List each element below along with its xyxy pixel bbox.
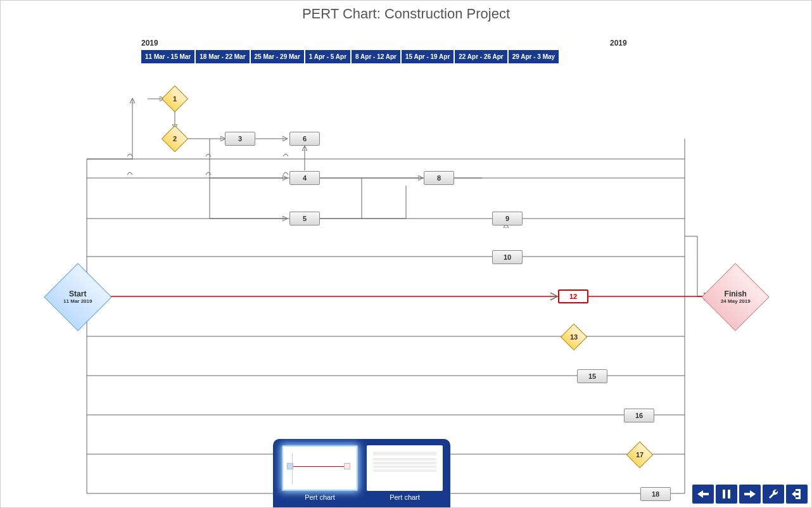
task-node-2[interactable]: 2: [162, 125, 188, 152]
finish-date: 24 May 2019: [721, 298, 751, 305]
thumbnail-pert-chart-active[interactable]: Pert chart: [282, 445, 358, 501]
start-date: 11 Mar 2019: [63, 298, 92, 305]
pause-icon: [723, 490, 730, 498]
prev-button[interactable]: [692, 485, 714, 504]
thumbnail-pert-chart-2[interactable]: Pert chart: [367, 445, 443, 501]
year-label-left: 2019: [141, 39, 158, 48]
slide-thumbnail-tray: Pert chart Pert chart: [273, 439, 450, 507]
thumbnail-label: Pert chart: [367, 493, 443, 501]
task-node-6[interactable]: 6: [289, 132, 320, 146]
task-node-16[interactable]: 16: [624, 409, 654, 422]
week-cell: 11 Mar - 15 Mar: [141, 50, 194, 63]
task-node-8[interactable]: 8: [424, 171, 454, 185]
settings-button[interactable]: [763, 485, 784, 504]
task-node-1[interactable]: 1: [162, 86, 188, 112]
exit-button[interactable]: [786, 485, 808, 504]
week-cell: 25 Mar - 29 Mar: [251, 50, 304, 63]
task-node-12-critical[interactable]: 12: [558, 289, 588, 303]
finish-node[interactable]: Finish24 May 2019: [701, 263, 769, 331]
week-cell: 22 Apr - 26 Apr: [455, 50, 507, 63]
pert-chart-canvas: PERT Chart: Construction Project 2019 20…: [1, 1, 811, 507]
timeline-weeks: 11 Mar - 15 Mar 18 Mar - 22 Mar 25 Mar -…: [141, 50, 559, 63]
task-node-17[interactable]: 17: [626, 441, 653, 468]
week-cell: 18 Mar - 22 Mar: [196, 50, 249, 63]
task-node-13[interactable]: 13: [561, 324, 587, 350]
week-cell: 1 Apr - 5 Apr: [305, 50, 350, 63]
thumbnail-label: Pert chart: [282, 493, 358, 501]
task-node-18[interactable]: 18: [640, 487, 671, 501]
next-button[interactable]: [739, 485, 761, 504]
chart-title: PERT Chart: Construction Project: [1, 6, 811, 22]
svg-rect-31: [728, 490, 730, 498]
task-node-9[interactable]: 9: [492, 212, 523, 225]
week-cell: 8 Apr - 12 Apr: [352, 50, 400, 63]
thumbnail-preview: [367, 445, 443, 491]
task-node-5[interactable]: 5: [289, 212, 320, 225]
task-node-10[interactable]: 10: [492, 250, 523, 264]
task-node-3[interactable]: 3: [225, 132, 255, 146]
task-node-4[interactable]: 4: [289, 171, 320, 185]
presentation-toolbar: [692, 485, 808, 504]
thumbnail-preview: [282, 445, 358, 491]
pause-button[interactable]: [716, 485, 737, 504]
start-label: Start: [63, 289, 92, 298]
edge-layer: [1, 1, 812, 508]
task-node-15[interactable]: 15: [577, 369, 607, 383]
arrow-right-icon: [744, 490, 756, 498]
svg-rect-30: [723, 490, 725, 498]
wrench-icon: [768, 489, 778, 499]
exit-icon: [792, 489, 802, 499]
week-cell: 29 Apr - 3 May: [509, 50, 559, 63]
week-cell: 15 Apr - 19 Apr: [402, 50, 454, 63]
arrow-left-icon: [697, 490, 709, 498]
finish-label: Finish: [721, 289, 751, 298]
year-label-right: 2019: [610, 39, 627, 48]
start-node[interactable]: Start11 Mar 2019: [44, 263, 111, 331]
